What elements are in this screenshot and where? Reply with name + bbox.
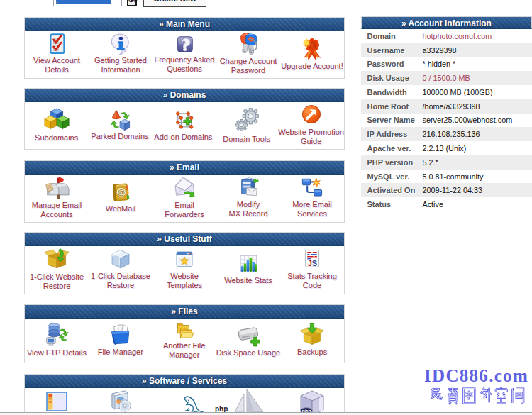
svg-text:@: @ [117, 187, 125, 197]
svg-text:JS: JS [308, 258, 318, 267]
